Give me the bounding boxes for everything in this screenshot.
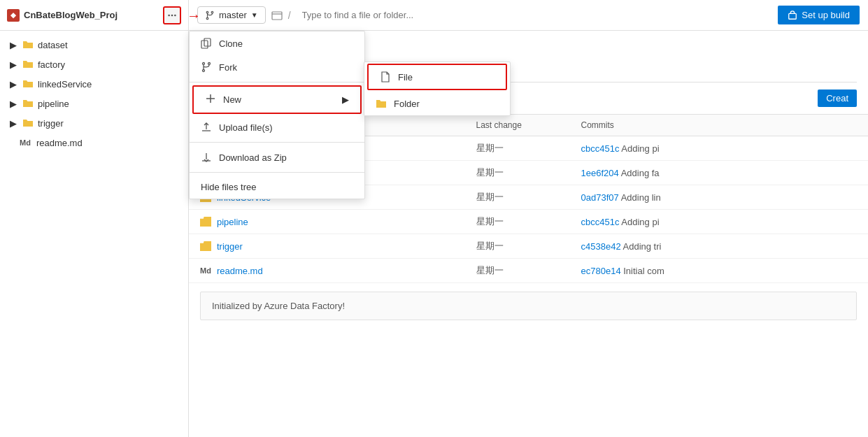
row-name-label: pipeline	[217, 217, 248, 227]
menu-item-download[interactable]: Download as Zip	[190, 145, 364, 169]
upload-icon	[201, 122, 212, 133]
sidebar: ◆ CnBateBlogWeb_Proj → ▶ dataset ▶ facto…	[0, 0, 189, 437]
path-separator: /	[288, 10, 291, 21]
build-icon	[788, 10, 797, 20]
folder-nav-icon	[271, 10, 283, 21]
row-last-change: 星期一	[476, 240, 581, 252]
branch-selector[interactable]: master ▼	[197, 6, 266, 24]
folder-icon	[22, 117, 34, 129]
menu-divider-3	[190, 172, 364, 173]
sidebar-header: ◆ CnBateBlogWeb_Proj →	[0, 0, 188, 31]
table-row[interactable]: pipeline 星期一 cbcc451c Adding pi	[189, 210, 868, 234]
submenu-item-file-label: File	[398, 72, 413, 83]
fork-icon	[201, 62, 212, 73]
branch-icon	[205, 10, 215, 20]
folder-icon	[22, 78, 34, 89]
menu-item-download-label: Download as Zip	[219, 152, 287, 163]
row-name-readme: Md readme.md	[200, 266, 476, 276]
setup-build-label: Set up build	[802, 10, 850, 20]
sidebar-item-label: readme.md	[36, 138, 83, 148]
clone-icon	[201, 38, 212, 49]
svg-point-2	[174, 14, 176, 16]
sidebar-item-factory[interactable]: ▶ factory	[0, 55, 188, 74]
sidebar-item-label: factory	[38, 59, 65, 70]
folder-icon	[22, 39, 34, 50]
app-logo: ◆	[7, 9, 20, 22]
sidebar-item-linkedservice[interactable]: ▶ linkedService	[0, 74, 188, 94]
menu-item-upload[interactable]: Upload file(s)	[190, 115, 364, 139]
folder-icon	[200, 241, 211, 251]
context-dropdown-menu: Clone Fork New ▶ Upload file(s)	[189, 31, 365, 199]
chevron-icon: ▶	[8, 99, 18, 108]
row-name-pipeline: pipeline	[200, 217, 476, 227]
branch-name: master	[219, 10, 247, 20]
menu-item-new[interactable]: New ▶	[192, 85, 362, 114]
svg-point-5	[203, 63, 205, 65]
svg-point-10	[206, 11, 208, 13]
col-commits-header: Commits	[581, 120, 858, 130]
more-options-button[interactable]	[163, 6, 181, 24]
file-icon	[380, 71, 391, 83]
submenu-item-file[interactable]: File	[367, 64, 507, 90]
svg-point-12	[206, 17, 208, 20]
col-last-change-header: Last change	[476, 120, 581, 130]
setup-build-button[interactable]: Set up build	[778, 6, 860, 24]
initialized-box: Initialized by Azure Data Factory!	[200, 292, 857, 320]
menu-item-fork[interactable]: Fork	[190, 55, 364, 79]
chevron-icon: ▶	[8, 59, 18, 69]
arrow-indicator: →	[187, 7, 201, 23]
row-name-label: trigger	[217, 241, 243, 252]
menu-item-hide-files[interactable]: Hide files tree	[190, 175, 364, 199]
sidebar-item-dataset[interactable]: ▶ dataset	[0, 35, 188, 55]
submenu-new: File Folder	[364, 62, 511, 116]
folder-icon	[200, 217, 211, 227]
row-last-change: 星期一	[476, 142, 581, 155]
row-name-trigger: trigger	[200, 241, 476, 252]
initialized-text: Initialized by Azure Data Factory!	[212, 301, 345, 311]
sidebar-tree: ▶ dataset ▶ factory ▶ linkedService ▶ pi…	[0, 31, 188, 437]
submenu-item-folder[interactable]: Folder	[364, 92, 510, 115]
sidebar-item-label: linkedService	[38, 79, 92, 89]
row-commits: ec780e14 Initial com	[581, 266, 858, 276]
svg-point-6	[208, 63, 211, 65]
chevron-icon: ▶	[8, 79, 18, 89]
row-last-change: 星期一	[476, 166, 581, 179]
menu-item-fork-label: Fork	[219, 62, 237, 73]
sidebar-item-label: pipeline	[38, 99, 69, 109]
chevron-icon: ▶	[8, 40, 18, 50]
plus-icon	[205, 93, 216, 106]
download-icon	[201, 152, 212, 163]
sidebar-item-readme[interactable]: Md readme.md	[0, 133, 188, 152]
folder-icon	[22, 98, 34, 109]
submenu-arrow-icon: ▶	[342, 94, 349, 105]
row-name-label: readme.md	[217, 266, 263, 276]
row-commits: cbcc451c Adding pi	[581, 217, 858, 227]
menu-divider	[190, 82, 364, 83]
menu-item-upload-label: Upload file(s)	[219, 122, 273, 133]
row-commits: cbcc451c Adding pi	[581, 143, 858, 154]
svg-point-11	[211, 11, 213, 13]
row-last-change: 星期一	[476, 264, 581, 277]
table-row[interactable]: trigger 星期一 c4538e42 Adding tri	[189, 234, 868, 259]
menu-item-new-label: New	[223, 94, 241, 105]
sidebar-item-pipeline[interactable]: ▶ pipeline	[0, 94, 188, 113]
folder-icon	[22, 59, 34, 70]
sidebar-item-trigger[interactable]: ▶ trigger	[0, 113, 188, 133]
sidebar-title: CnBateBlogWeb_Proj	[24, 10, 159, 20]
create-button[interactable]: Creat	[818, 89, 857, 107]
svg-rect-14	[789, 13, 797, 19]
chevron-down-icon: ▼	[251, 11, 258, 19]
sidebar-item-label: trigger	[38, 118, 64, 129]
row-commits: c4538e42 Adding tri	[581, 241, 858, 252]
svg-point-7	[203, 70, 205, 72]
menu-item-clone[interactable]: Clone	[190, 31, 364, 55]
svg-point-1	[171, 14, 173, 16]
file-prefix: Md	[200, 266, 211, 275]
path-search-input[interactable]	[297, 7, 773, 23]
chevron-icon: ▶	[8, 118, 18, 128]
folder-icon-sm	[376, 98, 387, 109]
row-last-change: 星期一	[476, 191, 581, 203]
svg-point-0	[168, 14, 170, 16]
table-row[interactable]: Md readme.md 星期一 ec780e14 Initial com	[189, 259, 868, 283]
svg-rect-13	[272, 12, 282, 20]
